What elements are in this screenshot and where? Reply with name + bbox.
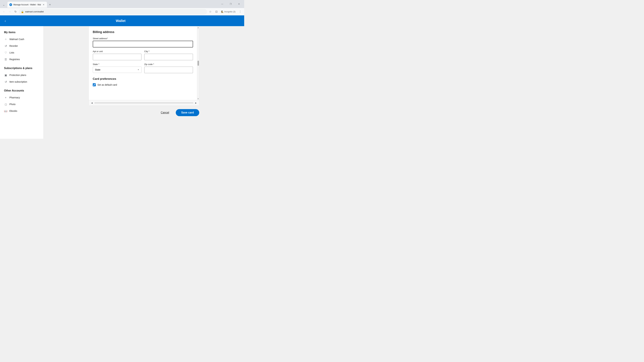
- split-view-button[interactable]: ⊡: [214, 9, 219, 14]
- url-text: walmart.com/wallet: [25, 10, 205, 13]
- sidebar-item-pharmacy[interactable]: ＋ Pharmacy: [0, 94, 44, 101]
- main-content: Billing address Street address* Ap: [44, 26, 244, 139]
- other-accounts-section-title: Other Accounts: [0, 88, 44, 94]
- item-subscription-icon: ↺: [4, 80, 8, 83]
- minimize-button[interactable]: —: [218, 1, 226, 7]
- save-card-button[interactable]: Save card: [176, 109, 199, 116]
- street-address-group: Street address*: [93, 37, 193, 47]
- scroll-left-button[interactable]: ◄: [90, 101, 94, 105]
- page-header: ‹ Wallet: [0, 15, 244, 26]
- zip-label: Zip code *: [144, 63, 193, 65]
- walmart-cash-icon: ○: [4, 37, 8, 41]
- sidebar-label-walmart-cash: Walmart Cash: [10, 38, 24, 40]
- toolbar-nav: ← → ↻: [1, 9, 18, 14]
- billing-address-title: Billing address: [93, 30, 193, 34]
- reorder-icon: ↺: [4, 44, 8, 48]
- tab-left-controls: ⌄: [1, 2, 6, 7]
- sidebar-label-ebooks: Ebooks: [10, 110, 17, 112]
- tab-bar: ⌄ W Manage Account - Wallet - Wal ✕ + — …: [0, 0, 244, 8]
- protection-plans-icon: ▣: [4, 73, 8, 77]
- street-address-input[interactable]: [93, 41, 193, 47]
- forward-nav-button[interactable]: →: [7, 9, 12, 14]
- window-controls: — ❐ ✕: [218, 1, 243, 8]
- zip-col: Zip code *: [144, 63, 193, 76]
- ebooks-icon: 📖: [4, 109, 8, 113]
- sidebar-label-reorder: Reorder: [10, 44, 18, 47]
- state-col: State * State AL AK AZ AR CA: [93, 63, 142, 76]
- reload-button[interactable]: ↻: [13, 9, 18, 14]
- active-tab[interactable]: W Manage Account - Wallet - Wal ✕: [8, 2, 47, 8]
- sidebar-label-photo: Photo: [10, 103, 16, 106]
- scroll-up-button[interactable]: ▲: [198, 27, 199, 28]
- sidebar-label-item-subscription: Item subscription: [10, 80, 27, 83]
- my-items-section-title: My items: [0, 29, 44, 36]
- default-card-label: Set as default card: [98, 83, 117, 86]
- apt-city-row: Apt or unit City *: [93, 50, 193, 63]
- apt-unit-group: Apt or unit: [93, 50, 142, 60]
- city-input[interactable]: [144, 54, 193, 60]
- zip-group: Zip code *: [144, 63, 193, 73]
- browser-chrome: ⌄ W Manage Account - Wallet - Wal ✕ + — …: [0, 0, 244, 15]
- back-nav-button[interactable]: ←: [1, 9, 7, 14]
- sidebar-item-item-subscription[interactable]: ↺ Item subscription: [0, 78, 44, 85]
- photo-icon: ◻: [4, 103, 8, 106]
- state-zip-row: State * State AL AK AZ AR CA: [93, 63, 193, 76]
- sidebar-item-lists[interactable]: ♡ Lists: [0, 49, 44, 56]
- tab-list-button[interactable]: ⌄: [1, 2, 6, 7]
- h-scroll-track[interactable]: [94, 102, 193, 104]
- apt-unit-input[interactable]: [93, 54, 142, 60]
- sidebar-label-pharmacy: Pharmacy: [10, 96, 20, 99]
- tab-title: Manage Account - Wallet - Wal: [14, 3, 41, 6]
- sidebar-label-registries: Registries: [10, 58, 20, 61]
- apt-col: Apt or unit: [93, 50, 142, 63]
- state-label: State *: [93, 63, 142, 65]
- incognito-icon: 🕵: [221, 10, 224, 13]
- sidebar-item-reorder[interactable]: ↺ Reorder: [0, 42, 44, 49]
- close-button[interactable]: ✕: [235, 1, 243, 7]
- form-actions: Cancel Save card: [88, 106, 199, 116]
- lock-icon: 🔒: [21, 10, 24, 13]
- scroll-right-button[interactable]: ►: [194, 101, 198, 105]
- street-address-label: Street address*: [93, 37, 193, 40]
- sidebar-item-registries[interactable]: ☰ Registries: [0, 56, 44, 63]
- state-select[interactable]: State AL AK AZ AR CA CO CT: [93, 66, 142, 73]
- lists-icon: ♡: [4, 51, 8, 54]
- sidebar-item-photo[interactable]: ◻ Photo: [0, 101, 44, 108]
- tab-favicon: W: [10, 3, 12, 6]
- page: ‹ Wallet My items ○ Walmart Cash ↺ Reord…: [0, 15, 244, 139]
- default-card-checkbox[interactable]: [93, 83, 96, 86]
- sidebar-label-protection-plans: Protection plans: [10, 74, 26, 76]
- cancel-button[interactable]: Cancel: [158, 109, 172, 116]
- back-arrow-icon: ‹: [5, 19, 6, 23]
- page-back-button[interactable]: ‹: [3, 17, 7, 24]
- tab-close-button[interactable]: ✕: [42, 3, 45, 6]
- vertical-scrollbar[interactable]: ▲ ▼: [197, 26, 199, 100]
- zip-input[interactable]: [144, 66, 193, 73]
- subscriptions-section-title: Subscriptions & plans: [0, 65, 44, 72]
- sidebar-item-protection-plans[interactable]: ▣ Protection plans: [0, 72, 44, 78]
- card-preferences-section: Card preferences Set as default card: [93, 77, 193, 86]
- form-card: Billing address Street address* Ap: [88, 26, 199, 106]
- default-card-row: Set as default card: [93, 83, 193, 86]
- incognito-indicator[interactable]: 🕵 Incognito (3): [220, 10, 237, 13]
- maximize-button[interactable]: ❐: [227, 1, 234, 7]
- sidebar-label-lists: Lists: [10, 51, 14, 54]
- toolbar-right: ☆ ⊡ 🕵 Incognito (3) ⋮: [208, 9, 243, 14]
- scroll-thumb: [198, 61, 199, 66]
- sidebar-item-walmart-cash[interactable]: ○ Walmart Cash: [0, 36, 44, 42]
- pharmacy-icon: ＋: [4, 96, 8, 99]
- scroll-down-button[interactable]: ▼: [198, 98, 199, 100]
- bookmark-button[interactable]: ☆: [208, 9, 213, 14]
- browser-toolbar: ← → ↻ 🔒 walmart.com/wallet ☆ ⊡ 🕵 Incogni…: [0, 8, 244, 15]
- sidebar-item-ebooks[interactable]: 📖 Ebooks: [0, 108, 44, 114]
- new-tab-button[interactable]: +: [48, 2, 52, 7]
- city-group: City *: [144, 50, 193, 60]
- state-group: State * State AL AK AZ AR CA: [93, 63, 142, 73]
- city-col: City *: [144, 50, 193, 63]
- horizontal-scrollbar: ◄ ►: [89, 100, 199, 106]
- menu-button[interactable]: ⋮: [238, 9, 243, 14]
- content-area: My items ○ Walmart Cash ↺ Reorder ♡ List…: [0, 26, 244, 139]
- address-bar[interactable]: 🔒 walmart.com/wallet: [19, 9, 207, 14]
- card-preferences-title: Card preferences: [93, 77, 193, 81]
- form-scroll-area[interactable]: Billing address Street address* Ap: [89, 26, 197, 100]
